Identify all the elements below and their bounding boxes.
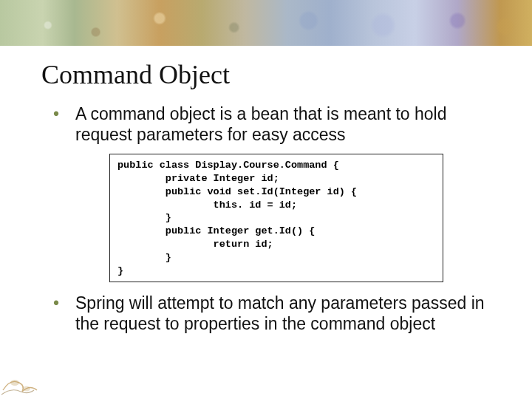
bullet-item: A command object is a bean that is meant… — [41, 103, 497, 145]
slide-title: Command Object — [41, 59, 497, 90]
slide-content: Command Object A command object is a bea… — [0, 46, 532, 335]
bullet-text: A command object is a bean that is meant… — [75, 104, 446, 144]
bullet-list-2: Spring will attempt to match any paramet… — [41, 293, 497, 334]
bullet-list: A command object is a bean that is meant… — [41, 103, 497, 145]
decorative-banner — [0, 0, 532, 46]
corner-decoration — [0, 346, 59, 399]
svg-point-0 — [10, 380, 19, 386]
bullet-text: Spring will attempt to match any paramet… — [75, 293, 485, 333]
svg-point-1 — [23, 386, 30, 392]
code-block: public class Display.Course.Command { pr… — [109, 154, 443, 282]
bullet-item: Spring will attempt to match any paramet… — [41, 293, 497, 334]
